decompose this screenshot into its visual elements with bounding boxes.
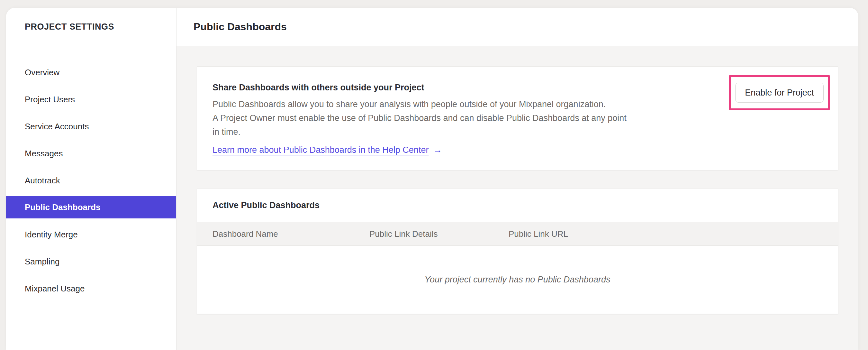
share-card-description-line: Public Dashboards allow you to share you… [213, 97, 626, 111]
sidebar-title: PROJECT SETTINGS [25, 22, 114, 32]
arrow-right-icon: → [433, 143, 442, 157]
column-header-public-link-url: Public Link URL [508, 222, 568, 245]
column-header-public-link-details: Public Link Details [369, 222, 437, 245]
sidebar-item-overview[interactable]: Overview [6, 59, 176, 86]
screen: PROJECT SETTINGS OverviewProject UsersSe… [0, 0, 868, 350]
sidebar-item-label: Autotrack [25, 176, 60, 185]
enable-for-project-button[interactable]: Enable for Project [735, 83, 824, 103]
highlight-box: Enable for Project [729, 75, 830, 110]
sidebar-item-mixpanel-usage[interactable]: Mixpanel Usage [6, 275, 176, 302]
sidebar-item-messages[interactable]: Messages [6, 140, 176, 167]
sidebar-item-identity-merge[interactable]: Identity Merge [6, 221, 176, 248]
help-center-link[interactable]: Learn more about Public Dashboards in th… [213, 143, 429, 157]
empty-state-message: Your project currently has no Public Das… [425, 275, 611, 285]
sidebar-item-label: Identity Merge [25, 230, 78, 240]
active-card-header: Active Public Dashboards [197, 188, 838, 222]
dashboards-table-header: Dashboard NamePublic Link DetailsPublic … [197, 222, 838, 246]
page-header: Public Dashboards [177, 8, 858, 46]
share-card-heading: Share Dashboards with others outside you… [213, 83, 424, 93]
sidebar-item-label: Sampling [25, 257, 60, 267]
content-area: Share Dashboards with others outside you… [177, 46, 858, 350]
active-dashboards-card: Active Public Dashboards Dashboard NameP… [197, 188, 838, 314]
settings-panel: PROJECT SETTINGS OverviewProject UsersSe… [6, 8, 858, 350]
sidebar-item-autotrack[interactable]: Autotrack [6, 167, 176, 194]
help-link-row: Learn more about Public Dashboards in th… [213, 143, 442, 157]
sidebar-item-label: Overview [25, 67, 60, 78]
sidebar-item-label: Mixpanel Usage [25, 284, 85, 294]
share-card-description: Public Dashboards allow you to share you… [213, 97, 626, 139]
sidebar-item-label: Public Dashboards [25, 202, 101, 212]
share-dashboards-card: Share Dashboards with others outside you… [197, 66, 838, 170]
active-card-heading: Active Public Dashboards [213, 200, 319, 210]
sidebar-item-label: Service Accounts [25, 122, 89, 132]
sidebar-nav: OverviewProject UsersService AccountsMes… [6, 59, 176, 302]
sidebar: PROJECT SETTINGS OverviewProject UsersSe… [6, 8, 177, 350]
sidebar-item-label: Messages [25, 149, 63, 158]
sidebar-item-project-users[interactable]: Project Users [6, 86, 176, 113]
sidebar-item-service-accounts[interactable]: Service Accounts [6, 113, 176, 140]
dashboards-table-body: Your project currently has no Public Das… [197, 246, 838, 314]
share-card-description-line: in time. [213, 125, 626, 139]
page-title: Public Dashboards [193, 21, 287, 33]
sidebar-item-public-dashboards[interactable]: Public Dashboards [6, 196, 176, 218]
sidebar-item-label: Project Users [25, 94, 75, 105]
share-card-description-line: A Project Owner must enable the use of P… [213, 111, 626, 125]
column-header-dashboard-name: Dashboard Name [213, 222, 278, 245]
sidebar-item-sampling[interactable]: Sampling [6, 248, 176, 275]
